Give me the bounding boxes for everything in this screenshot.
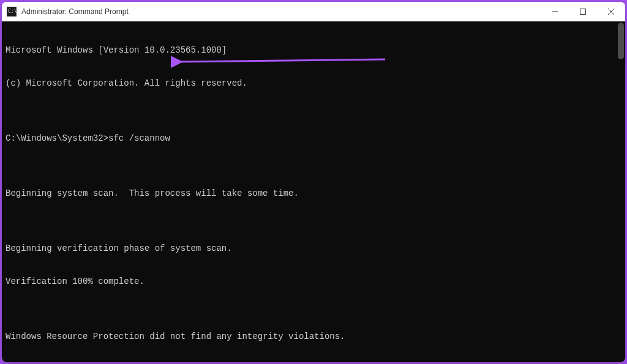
terminal-line: Beginning system scan. This process will…: [6, 188, 621, 199]
maximize-icon: [580, 9, 586, 15]
maximize-button[interactable]: [569, 2, 597, 21]
terminal-area[interactable]: Microsoft Windows [Version 10.0.23565.10…: [2, 21, 625, 362]
window-controls: [541, 2, 625, 21]
minimize-button[interactable]: [541, 2, 569, 21]
terminal-line: Verification 100% complete.: [6, 276, 621, 287]
terminal-line: Windows Resource Protection did not find…: [6, 331, 621, 342]
scrollbar-thumb[interactable]: [618, 23, 624, 59]
minimize-icon: [552, 9, 558, 15]
svg-text:C:\: C:\: [8, 9, 17, 14]
titlebar[interactable]: C:\ Administrator: Command Prompt: [2, 2, 625, 21]
scrollbar[interactable]: [617, 21, 625, 362]
terminal-output: Microsoft Windows [Version 10.0.23565.10…: [6, 23, 621, 362]
terminal-line: Beginning verification phase of system s…: [6, 243, 621, 254]
close-button[interactable]: [597, 2, 625, 21]
command-prompt-window: C:\ Administrator: Command Prompt: [2, 2, 625, 362]
terminal-line: (c) Microsoft Corporation. All rights re…: [6, 78, 621, 89]
close-icon: [608, 9, 614, 15]
terminal-line: C:\Windows\System32>sfc /scannow: [6, 133, 621, 144]
app-icon: C:\: [7, 7, 17, 17]
terminal-line: Microsoft Windows [Version 10.0.23565.10…: [6, 45, 621, 56]
window-title: Administrator: Command Prompt: [21, 7, 541, 16]
svg-rect-3: [580, 9, 586, 14]
